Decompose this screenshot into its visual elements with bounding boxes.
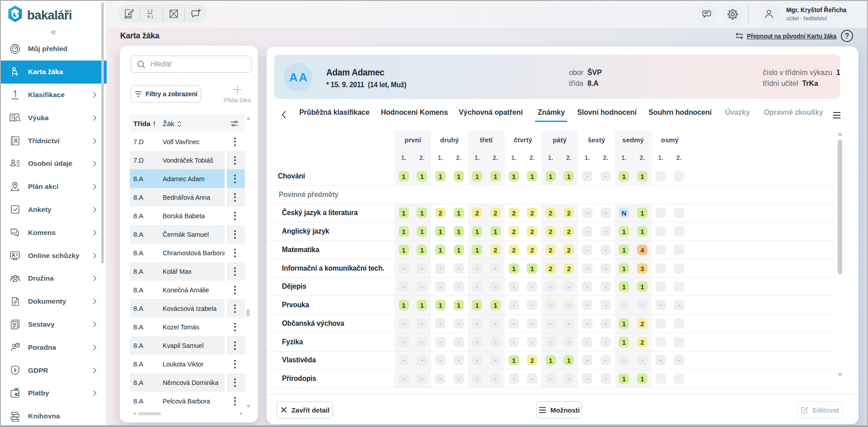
svg-text:bakaláři: bakaláři: [27, 8, 72, 22]
svg-text:§: §: [14, 368, 16, 373]
svg-text:N 1: N 1: [147, 14, 154, 19]
svg-text:1 2: 1 2: [147, 9, 153, 13]
